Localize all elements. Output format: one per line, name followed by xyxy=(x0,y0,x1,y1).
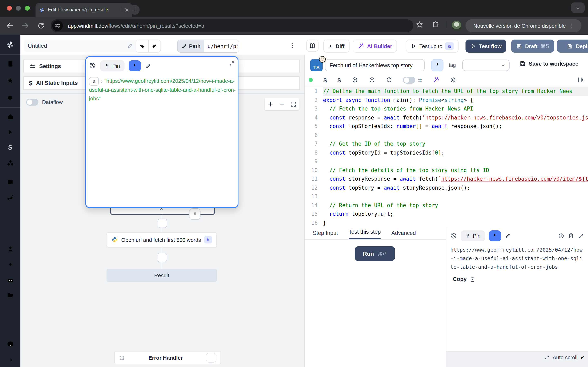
close-window-button[interactable] xyxy=(7,6,12,11)
reset-icon[interactable] xyxy=(386,77,392,83)
forward-icon[interactable] xyxy=(20,21,30,31)
code-line[interactable]: 13 xyxy=(305,192,588,201)
deploy-button[interactable]: Deploy xyxy=(557,40,588,53)
more-options-kebab-icon[interactable] xyxy=(289,42,296,49)
info-icon[interactable] xyxy=(558,233,564,239)
browser-tab[interactable]: Edit Flow u/henri/pin_results | xyxy=(35,3,132,17)
pinned-active-button[interactable] xyxy=(489,230,501,242)
flow-name-input[interactable]: Untitled xyxy=(24,40,137,52)
library-columns-icon[interactable] xyxy=(577,77,584,83)
help-icon[interactable] xyxy=(0,337,20,351)
insert-step-button[interactable] xyxy=(158,218,167,228)
package-icon[interactable] xyxy=(351,77,358,83)
flows-route-icon[interactable] xyxy=(0,190,20,204)
test-flow-button[interactable]: Test flow xyxy=(466,40,507,53)
code-line[interactable]: 11 const storyResponse = await fetch(`ht… xyxy=(305,175,588,183)
variables-dollar-icon[interactable]: $ xyxy=(323,76,327,83)
site-settings-icon[interactable] xyxy=(52,20,63,31)
resources-dollar-icon[interactable]: $ xyxy=(337,76,341,83)
test-up-to-button[interactable]: Test up to a xyxy=(406,40,458,53)
logs-list-icon[interactable] xyxy=(0,304,20,317)
code-line[interactable]: 2export async function main(): Promise<s… xyxy=(305,96,588,104)
code-line[interactable]: 15 return topStory.url; xyxy=(305,210,588,218)
code-line[interactable]: 9 xyxy=(305,157,588,166)
dataflow-toggle[interactable] xyxy=(26,99,38,106)
edit-pencil-icon[interactable] xyxy=(505,233,511,239)
package-icon[interactable] xyxy=(369,77,375,83)
folders-icon[interactable] xyxy=(0,288,20,302)
ai-builder-button[interactable]: AI Builder xyxy=(353,40,397,53)
flow-node-b[interactable]: Open url and fetch first 500 words of ..… xyxy=(107,233,217,247)
code-line[interactable]: 4 const response = await fetch('https://… xyxy=(305,113,588,122)
auto-scroll-control[interactable]: Auto scroll ✔ xyxy=(545,354,585,360)
fullscreen-icon[interactable] xyxy=(578,233,584,239)
flow-node-result[interactable]: Result xyxy=(107,269,217,282)
code-line[interactable]: 1// Define the main function to fetch th… xyxy=(305,87,588,96)
favorites-star-icon[interactable] xyxy=(0,74,20,88)
pin-button[interactable]: Pin xyxy=(100,60,125,71)
back-icon[interactable] xyxy=(5,21,15,31)
redo-button[interactable] xyxy=(148,40,160,52)
flow-node-error-handler[interactable]: Error Handler xyxy=(114,351,221,364)
draft-button[interactable]: Draft ⌘S xyxy=(511,40,554,53)
diff-button[interactable]: ± Diff xyxy=(323,40,349,53)
profile-avatar[interactable] xyxy=(452,21,461,31)
pin-button[interactable]: Pin xyxy=(461,230,485,242)
chrome-update-button[interactable]: Nouvelle version de Chrome disponible xyxy=(466,19,581,32)
history-icon[interactable] xyxy=(89,62,96,69)
extensions-icon[interactable] xyxy=(432,21,439,28)
new-tab-button[interactable] xyxy=(130,5,140,15)
resources-cubes-icon[interactable] xyxy=(0,156,20,170)
runs-play-icon[interactable] xyxy=(0,125,20,139)
tag-select[interactable] xyxy=(462,59,510,71)
ai-wand-icon[interactable] xyxy=(433,77,440,83)
expand-arrow-icon[interactable] xyxy=(0,353,20,367)
code-line[interactable]: 14 // Return the URL of the top story xyxy=(305,201,588,210)
workers-robot-icon[interactable] xyxy=(0,273,20,287)
edit-pencil-icon[interactable] xyxy=(127,43,133,49)
zoom-out-icon[interactable] xyxy=(279,101,285,107)
bookmark-star-icon[interactable] xyxy=(416,21,424,29)
fit-view-icon[interactable] xyxy=(290,101,296,107)
insert-step-button[interactable] xyxy=(158,253,167,262)
undo-button[interactable] xyxy=(136,40,148,52)
tab-close-icon[interactable] xyxy=(125,8,129,12)
settings-gear-icon[interactable] xyxy=(0,258,20,271)
node-pin-badge[interactable] xyxy=(189,208,200,220)
tab-step-input[interactable]: Step Input xyxy=(313,230,338,239)
step-summary-input[interactable]: Fetch url of HackerNews top story xyxy=(325,59,425,71)
windmill-logo[interactable] xyxy=(0,38,20,52)
history-icon[interactable] xyxy=(450,233,457,239)
home-icon[interactable] xyxy=(0,110,20,124)
code-line[interactable]: 16} xyxy=(305,218,588,227)
docs-book-button[interactable] xyxy=(306,40,319,52)
add-error-handler-button[interactable] xyxy=(206,353,216,363)
variables-dollar-icon[interactable]: $ xyxy=(0,141,20,155)
tab-test-this-step[interactable]: Test this step xyxy=(348,229,381,239)
search-icon[interactable] xyxy=(0,91,20,105)
zoom-in-icon[interactable] xyxy=(267,101,273,107)
copy-button[interactable]: Copy xyxy=(446,271,588,282)
kebab-icon[interactable] xyxy=(568,23,573,28)
pinned-indicator-button[interactable] xyxy=(431,59,443,71)
code-line[interactable]: 3 // Fetch the top stories from Hacker N… xyxy=(305,104,588,113)
workspace-building-icon[interactable] xyxy=(0,57,20,71)
code-line[interactable]: 12 const topStory = await storyResponse.… xyxy=(305,183,588,192)
code-line[interactable]: 7 // Get the ID of the top story xyxy=(305,140,588,148)
schedules-calendar-icon[interactable] xyxy=(0,175,20,188)
user-icon[interactable] xyxy=(0,242,20,256)
copy-clipboard-icon[interactable] xyxy=(568,233,574,239)
edit-pencil-icon[interactable] xyxy=(145,63,151,69)
editor-settings-gear-icon[interactable] xyxy=(450,77,457,83)
pinned-active-button[interactable] xyxy=(129,60,141,71)
save-to-workspace-button[interactable]: Save to workspace xyxy=(519,60,579,67)
minimize-window-button[interactable] xyxy=(16,6,21,11)
code-line[interactable]: 10 // Fetch the details of the top story… xyxy=(305,166,588,175)
code-editor[interactable]: 1// Define the main function to fetch th… xyxy=(305,87,588,227)
run-button[interactable]: Run ⌘↵ xyxy=(355,246,395,261)
reload-icon[interactable] xyxy=(36,21,46,31)
tab-advanced[interactable]: Advanced xyxy=(391,230,416,239)
code-line[interactable]: 6 xyxy=(305,131,588,140)
path-chip[interactable]: Path u/henri/pin xyxy=(177,40,239,53)
maximize-window-button[interactable] xyxy=(25,6,30,11)
